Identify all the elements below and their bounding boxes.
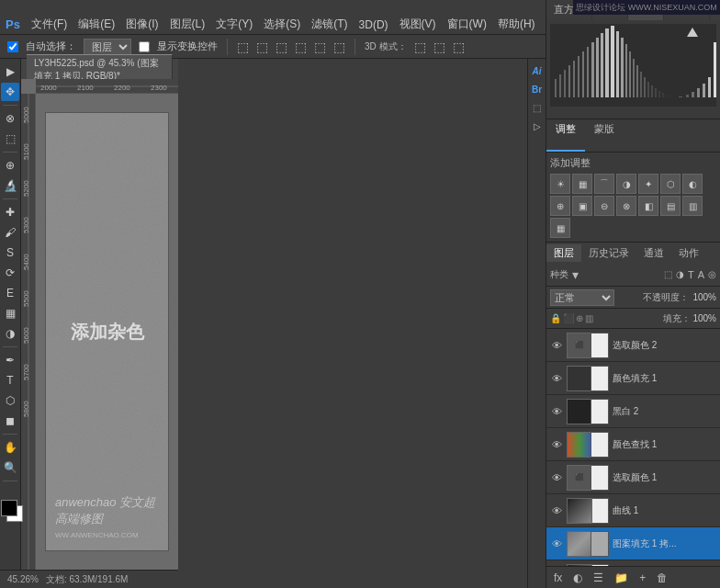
fx-button[interactable]: fx xyxy=(550,570,566,586)
add-threshold-btn[interactable]: ◧ xyxy=(638,196,658,216)
add-levels-btn[interactable]: ▦ xyxy=(572,174,592,194)
add-poster-btn[interactable]: ⊗ xyxy=(616,196,636,216)
menu-filter[interactable]: 滤镜(T) xyxy=(311,17,347,32)
layer-eye-6[interactable]: 👁 xyxy=(550,537,563,550)
fill-value[interactable]: 100% xyxy=(692,313,716,323)
layer-eye-2[interactable]: 👁 xyxy=(550,405,563,418)
new-group-button[interactable]: 📁 xyxy=(611,570,632,586)
opacity-value[interactable]: 100% xyxy=(692,292,716,302)
side-icon-br[interactable]: Br xyxy=(529,81,546,97)
kind-dropdown-icon[interactable]: ▾ xyxy=(572,267,579,282)
menu-image[interactable]: 图像(I) xyxy=(126,17,158,32)
show-transform-checkbox[interactable] xyxy=(139,41,150,52)
svg-rect-35 xyxy=(591,42,594,97)
filter-shape-icon[interactable]: A xyxy=(698,269,704,280)
add-channel-btn[interactable]: ▦ xyxy=(550,218,570,238)
add-exposure-btn[interactable]: ◑ xyxy=(616,174,636,194)
align-mid-icon[interactable]: ⬚ xyxy=(314,40,326,54)
menu-layer[interactable]: 图层(L) xyxy=(170,17,206,32)
layer-row-5[interactable]: 👁 曲线 1 xyxy=(546,494,720,527)
align-right-icon[interactable]: ⬚ xyxy=(276,40,287,54)
menu-3d[interactable]: 3D(D) xyxy=(359,18,388,31)
tool-history[interactable]: ⟳ xyxy=(1,264,19,282)
tool-arrow[interactable]: ▶ xyxy=(1,62,19,81)
tool-eraser[interactable]: E xyxy=(1,284,19,302)
menu-help[interactable]: 帮助(H) xyxy=(498,17,535,32)
add-mask-button[interactable]: ◐ xyxy=(569,570,586,586)
new-layer-button[interactable]: + xyxy=(636,570,649,586)
filter-toggle[interactable]: ◎ xyxy=(708,269,716,279)
add-lookup-btn[interactable]: ▣ xyxy=(572,196,592,216)
layer-eye-5[interactable]: 👁 xyxy=(550,504,563,517)
adjustment-button[interactable]: ☰ xyxy=(590,570,607,586)
tool-marquee[interactable]: ⬚ xyxy=(1,130,19,148)
side-icon-mini[interactable]: ⬚ xyxy=(529,99,546,116)
fg-color-swatch[interactable] xyxy=(1,500,17,516)
layer-eye-0[interactable]: 👁 xyxy=(550,339,563,352)
layer-row-6[interactable]: 👁 图案填充 1 拷... xyxy=(546,527,720,560)
menu-window[interactable]: 窗口(W) xyxy=(447,17,487,32)
tool-dodge[interactable]: ◑ xyxy=(1,324,19,343)
3d-icon-2[interactable]: ⬚ xyxy=(433,40,445,54)
blend-mode-select[interactable]: 正常 xyxy=(550,289,614,306)
svg-rect-32 xyxy=(578,56,579,97)
layer-eye-3[interactable]: 👁 xyxy=(550,438,563,451)
menu-text[interactable]: 文字(Y) xyxy=(216,17,253,32)
add-hsl-btn[interactable]: ⬡ xyxy=(660,174,681,194)
filter-text-icon[interactable]: T xyxy=(688,269,694,280)
align-top-icon[interactable]: ⬚ xyxy=(295,40,307,54)
tool-lasso[interactable]: ⊗ xyxy=(1,109,19,128)
align-left-icon[interactable]: ⬚ xyxy=(237,40,249,54)
auto-select-dropdown[interactable]: 图层 xyxy=(84,39,131,55)
tool-text[interactable]: T xyxy=(1,371,19,390)
tool-crop[interactable]: ⊕ xyxy=(1,156,19,175)
side-icon-arrow[interactable]: ▷ xyxy=(529,118,546,134)
menu-view[interactable]: 视图(V) xyxy=(399,17,436,32)
tool-zoom[interactable]: 🔍 xyxy=(1,458,19,477)
layer-row-2[interactable]: 👁 黑白 2 xyxy=(546,395,720,428)
mask-tab[interactable]: 蒙版 xyxy=(585,119,624,152)
align-bottom-icon[interactable]: ⬚ xyxy=(333,40,345,54)
add-selective-btn[interactable]: ▥ xyxy=(682,196,703,216)
add-gradient-btn[interactable]: ▤ xyxy=(660,196,681,216)
menu-select[interactable]: 选择(S) xyxy=(264,17,300,32)
tool-stamp[interactable]: S xyxy=(1,243,19,262)
layer-row-4[interactable]: 👁 ⬛ 选取颜色 1 xyxy=(546,461,720,494)
layer-row-0[interactable]: 👁 ⬛ 选取颜色 2 xyxy=(546,329,720,362)
side-icon-ai[interactable]: Ai xyxy=(529,62,546,79)
menu-file[interactable]: 文件(F) xyxy=(31,17,67,32)
add-brightness-btn[interactable]: ☀ xyxy=(550,174,570,194)
adjust-tab[interactable]: 调整 xyxy=(546,119,585,152)
3d-icon-1[interactable]: ⬚ xyxy=(414,40,426,54)
layer-eye-1[interactable]: 👁 xyxy=(550,372,563,385)
auto-select-checkbox[interactable] xyxy=(7,41,18,52)
add-invert-btn[interactable]: ⊖ xyxy=(594,196,614,216)
filter-pixel-icon[interactable]: ⬚ xyxy=(664,269,672,279)
tool-pen[interactable]: ✒ xyxy=(1,351,19,369)
3d-icon-3[interactable]: ⬚ xyxy=(453,40,465,54)
tool-heal[interactable]: ✚ xyxy=(1,203,19,221)
tool-gradient[interactable]: ▦ xyxy=(1,304,19,322)
add-bw-btn[interactable]: ◐ xyxy=(682,174,703,194)
layer-row-1[interactable]: 👁 颜色填充 1 xyxy=(546,362,720,395)
tool-shape[interactable]: ◼ xyxy=(1,412,19,430)
channels-tab[interactable]: 通道 xyxy=(636,244,671,262)
layers-tab[interactable]: 图层 xyxy=(546,244,581,262)
delete-layer-button[interactable]: 🗑 xyxy=(653,570,671,586)
align-center-icon[interactable]: ⬚ xyxy=(256,40,268,54)
add-curve-btn[interactable]: ⌒ xyxy=(594,174,614,194)
add-adjustment-panel: 添加调整 ☀ ▦ ⌒ ◑ ✦ ⬡ ◐ ⊕ ▣ ⊖ ⊗ ◧ ▤ ▥ ▦ xyxy=(546,153,720,243)
layer-row-3[interactable]: 👁 颜色查找 1 xyxy=(546,428,720,461)
tool-eyedrop[interactable]: 🔬 xyxy=(1,176,19,195)
tool-path[interactable]: ⬡ xyxy=(1,391,19,410)
add-colbal-btn[interactable]: ⊕ xyxy=(550,196,570,216)
layer-eye-4[interactable]: 👁 xyxy=(550,471,563,484)
tool-brush[interactable]: 🖌 xyxy=(1,223,19,242)
filter-adjust-icon[interactable]: ◑ xyxy=(676,269,684,279)
tool-hand[interactable]: ✋ xyxy=(1,438,19,457)
history-tab[interactable]: 历史记录 xyxy=(581,244,636,262)
tool-move[interactable]: ✥ xyxy=(1,83,19,101)
add-vibrance-btn[interactable]: ✦ xyxy=(638,174,658,194)
actions-tab[interactable]: 动作 xyxy=(671,244,706,262)
menu-edit[interactable]: 编辑(E) xyxy=(78,17,115,32)
